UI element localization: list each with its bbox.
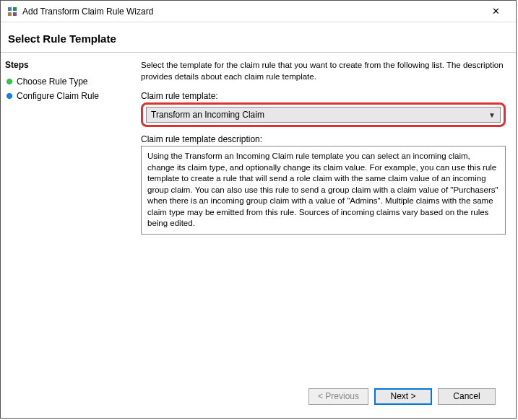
- page-title: Select Rule Template: [1, 22, 516, 53]
- steps-heading: Steps: [5, 60, 126, 70]
- body: Steps Choose Rule Type Configure Claim R…: [1, 53, 516, 418]
- claim-rule-template-select[interactable]: Transform an Incoming Claim ▼: [146, 107, 501, 123]
- svg-rect-1: [13, 7, 17, 11]
- button-label: < Previous: [318, 391, 359, 401]
- previous-button: < Previous: [308, 388, 368, 405]
- next-button[interactable]: Next >: [374, 388, 432, 405]
- step-bullet-icon: [7, 79, 12, 84]
- spacer: [141, 235, 506, 380]
- step-label: Choose Rule Type: [17, 76, 88, 87]
- svg-rect-2: [8, 12, 12, 16]
- window-title: Add Transform Claim Rule Wizard: [22, 6, 481, 17]
- template-selected-value: Transform an Incoming Claim: [151, 110, 264, 120]
- step-configure-claim-rule[interactable]: Configure Claim Rule: [5, 89, 126, 103]
- app-icon: [7, 6, 18, 17]
- wizard-footer: < Previous Next > Cancel: [141, 380, 506, 412]
- description-label: Claim rule template description:: [141, 134, 506, 144]
- step-choose-rule-type[interactable]: Choose Rule Type: [5, 74, 126, 89]
- svg-rect-0: [8, 7, 12, 11]
- close-icon: ✕: [492, 6, 500, 17]
- step-label: Configure Claim Rule: [17, 91, 99, 101]
- svg-rect-3: [13, 12, 17, 16]
- button-label: Next >: [390, 391, 415, 401]
- template-description: Using the Transform an Incoming Claim ru…: [141, 146, 506, 235]
- steps-sidebar: Steps Choose Rule Type Configure Claim R…: [1, 53, 131, 418]
- titlebar: Add Transform Claim Rule Wizard ✕: [1, 1, 516, 22]
- cancel-button[interactable]: Cancel: [438, 388, 496, 405]
- close-button[interactable]: ✕: [481, 1, 510, 22]
- wizard-window: Add Transform Claim Rule Wizard ✕ Select…: [0, 0, 517, 419]
- step-bullet-icon: [7, 93, 12, 99]
- template-select-highlight: Transform an Incoming Claim ▼: [141, 102, 506, 127]
- template-label: Claim rule template:: [141, 91, 506, 101]
- intro-text: Select the template for the claim rule t…: [141, 60, 506, 82]
- chevron-down-icon: ▼: [488, 111, 496, 119]
- button-label: Cancel: [453, 391, 480, 401]
- main-panel: Select the template for the claim rule t…: [131, 53, 516, 418]
